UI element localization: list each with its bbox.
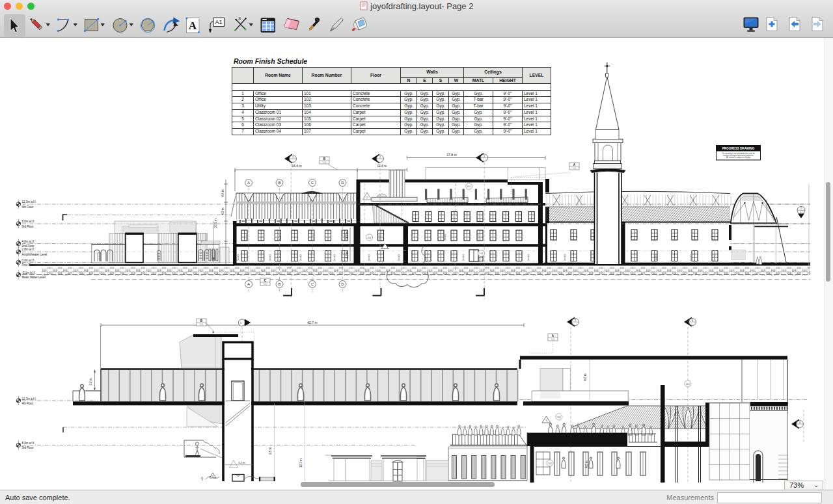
svg-text:3: 3 [799, 421, 800, 424]
svg-text:501: 501 [322, 161, 327, 164]
svg-text:A1: A1 [215, 19, 222, 25]
svg-text:24.4 m: 24.4 m [292, 164, 301, 168]
svg-text:37.8 m: 37.8 m [446, 153, 456, 157]
svg-text:3rd Floor: 3rd Floor [22, 446, 34, 449]
svg-text:12.3 m: 12.3 m [299, 458, 303, 468]
svg-text:3: 3 [546, 419, 547, 422]
svg-text:Amphitheater Level: Amphitheater Level [22, 253, 48, 256]
svg-text:4.0 m: 4.0 m [585, 460, 588, 468]
svg-text:202: 202 [368, 237, 372, 239]
svg-text:301: 301 [467, 185, 471, 188]
svg-text:2: 2 [484, 155, 485, 158]
svg-text:9.5 m: 9.5 m [269, 447, 272, 455]
svg-text:C: C [311, 282, 314, 286]
svg-text:3.2 m: 3.2 m [238, 461, 245, 464]
svg-text:Mean Water Level: Mean Water Level [22, 276, 46, 279]
svg-text:2.8m a.f.f.: 2.8m a.f.f. [22, 248, 35, 251]
svg-text:42.7 m: 42.7 m [307, 321, 317, 325]
svg-text:All content is subject to chan: All content is subject to change [726, 156, 751, 159]
svg-text:4th Floor: 4th Floor [22, 206, 34, 209]
svg-text:8.0m a.f.f.: 8.0m a.f.f. [22, 442, 35, 445]
svg-text:A: A [247, 181, 250, 185]
svg-text:3rd Floor: 3rd Floor [22, 225, 34, 228]
svg-text:A: A [189, 20, 197, 32]
svg-text:4.0m a.f.f.: 4.0m a.f.f. [22, 240, 35, 243]
svg-text:3: 3 [692, 319, 693, 322]
svg-text:101: 101 [480, 252, 484, 255]
svg-text:4.1 m: 4.1 m [346, 231, 349, 239]
svg-text:B: B [278, 181, 280, 185]
svg-text:12.3m a.f.f.: 12.3m a.f.f. [22, 397, 37, 401]
svg-text:D: D [341, 181, 344, 185]
svg-text:11.4 m: 11.4 m [377, 164, 387, 168]
svg-text:20.9 m: 20.9 m [214, 219, 217, 228]
svg-text:B: B [278, 282, 280, 286]
svg-text:202: 202 [548, 462, 552, 465]
svg-text:3: 3 [238, 16, 241, 21]
svg-text:A3: A3 [800, 211, 802, 214]
svg-text:D: D [341, 282, 344, 286]
svg-text:-2.1m b.f.f.: -2.1m b.f.f. [22, 271, 36, 274]
svg-text:3.2 m: 3.2 m [89, 378, 92, 386]
svg-text:501: 501 [551, 338, 555, 341]
svg-text:2: 2 [379, 156, 381, 159]
svg-text:2: 2 [292, 156, 294, 159]
svg-text:4th Floor: 4th Floor [22, 402, 34, 405]
svg-text:401: 401 [686, 383, 690, 386]
svg-text:4.0 m: 4.0 m [346, 251, 349, 259]
svg-text:0.0m a.f.f.: 0.0m a.f.f. [22, 259, 35, 262]
svg-text:4.2 m: 4.2 m [221, 207, 225, 215]
svg-text:12.3m a.f.f.: 12.3m a.f.f. [22, 200, 37, 204]
svg-text:PROGRESS DRAWING: PROGRESS DRAWING [722, 147, 755, 150]
svg-text:A: A [247, 282, 250, 286]
svg-text:2: 2 [575, 319, 576, 322]
svg-text:C: C [311, 181, 314, 185]
svg-text:501: 501 [263, 282, 267, 285]
svg-text:4.6 m: 4.6 m [221, 189, 225, 197]
svg-text:501: 501 [572, 166, 577, 170]
svg-text:301: 301 [557, 416, 561, 419]
svg-text:501: 501 [199, 323, 204, 326]
svg-text:1: 1 [240, 322, 241, 325]
svg-text:8.0m a.f.f.: 8.0m a.f.f. [22, 220, 35, 223]
svg-text:4.6 m: 4.6 m [584, 373, 587, 381]
